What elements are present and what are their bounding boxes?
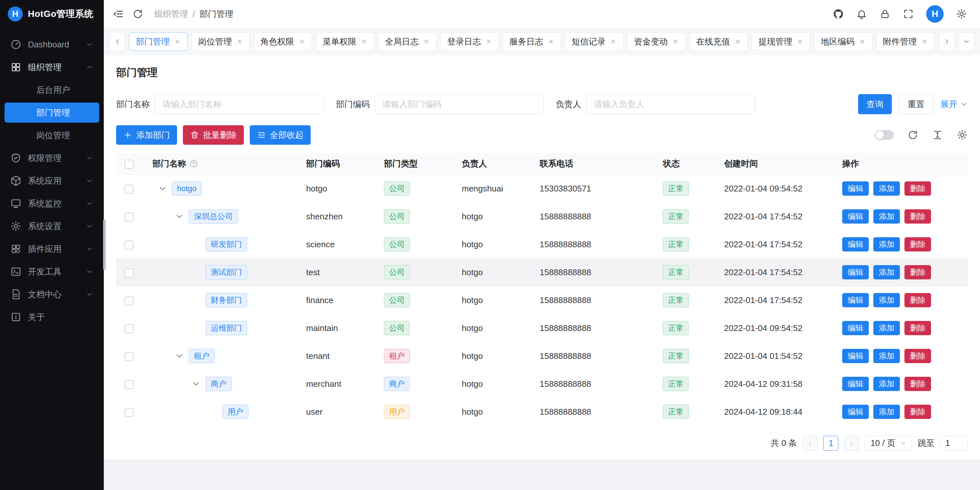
row-checkbox[interactable]: [124, 352, 134, 361]
department-name-tag[interactable]: 运维部门: [205, 321, 247, 335]
sidebar-item-插件应用[interactable]: 插件应用: [5, 239, 99, 259]
collapse-menu-icon[interactable]: [113, 8, 124, 19]
breadcrumb-parent[interactable]: 组织管理: [154, 8, 188, 20]
sidebar-item-系统设置[interactable]: 系统设置: [5, 216, 99, 236]
row-action-delete-button[interactable]: 删除: [904, 237, 931, 252]
tab-close-icon[interactable]: [299, 38, 305, 45]
row-action-add-button[interactable]: 添加: [873, 209, 900, 223]
tab-短信记录[interactable]: 短信记录: [565, 32, 623, 51]
row-action-edit-button[interactable]: 编辑: [842, 405, 869, 419]
row-action-add-button[interactable]: 添加: [873, 405, 900, 419]
batch-delete-button[interactable]: 批量删除: [183, 125, 244, 145]
lock-icon[interactable]: [880, 8, 891, 19]
department-name-tag[interactable]: 用户: [223, 405, 248, 419]
page-size-select[interactable]: 10 / 页: [865, 436, 912, 451]
tree-expand-icon[interactable]: [175, 212, 184, 221]
refresh-icon[interactable]: [132, 8, 143, 19]
department-name-tag[interactable]: 研发部门: [205, 237, 247, 252]
tab-close-icon[interactable]: [361, 38, 368, 45]
row-checkbox[interactable]: [124, 408, 134, 417]
expand-button[interactable]: 展开: [940, 99, 968, 110]
tabs-scroll-left-button[interactable]: [110, 32, 125, 51]
tab-close-icon[interactable]: [672, 38, 679, 45]
striped-toggle[interactable]: [875, 130, 894, 140]
prev-page-button[interactable]: [803, 436, 818, 451]
department-name-tag[interactable]: hotgo: [172, 181, 202, 196]
row-action-add-button[interactable]: 添加: [873, 181, 900, 196]
department-code-input[interactable]: [375, 94, 544, 114]
tab-全局日志[interactable]: 全局日志: [378, 32, 436, 51]
row-checkbox[interactable]: [124, 296, 134, 305]
row-action-edit-button[interactable]: 编辑: [842, 293, 869, 307]
row-action-add-button[interactable]: 添加: [873, 349, 900, 363]
row-checkbox[interactable]: [124, 212, 134, 222]
row-action-add-button[interactable]: 添加: [873, 321, 900, 335]
tab-登录日志[interactable]: 登录日志: [441, 32, 499, 51]
row-action-add-button[interactable]: 添加: [873, 293, 900, 307]
department-name-tag[interactable]: 测试部门: [205, 265, 247, 279]
row-action-delete-button[interactable]: 删除: [904, 181, 931, 196]
tab-close-icon[interactable]: [735, 38, 741, 45]
sidebar-subitem-部门管理[interactable]: 部门管理: [5, 102, 99, 123]
tab-部门管理[interactable]: 部门管理: [129, 32, 188, 51]
row-action-delete-button[interactable]: 删除: [904, 377, 931, 391]
department-name-tag[interactable]: 财务部门: [205, 293, 247, 307]
tab-角色权限[interactable]: 角色权限: [254, 32, 312, 51]
sidebar-item-系统应用[interactable]: 系统应用: [5, 171, 99, 191]
row-action-edit-button[interactable]: 编辑: [842, 237, 869, 252]
sidebar-item-Dashboard[interactable]: Dashboard: [5, 34, 99, 54]
row-action-delete-button[interactable]: 删除: [904, 349, 931, 363]
sidebar-item-关于[interactable]: 关于: [5, 307, 99, 327]
row-action-edit-button[interactable]: 编辑: [842, 377, 869, 391]
tab-服务日志[interactable]: 服务日志: [503, 32, 561, 51]
tab-地区编码[interactable]: 地区编码: [814, 32, 872, 51]
query-button[interactable]: 查询: [858, 94, 892, 114]
tabs-scroll-right-button[interactable]: [939, 32, 955, 51]
row-action-edit-button[interactable]: 编辑: [842, 321, 869, 335]
tab-close-icon[interactable]: [485, 38, 492, 45]
row-action-edit-button[interactable]: 编辑: [842, 349, 869, 363]
tree-expand-icon[interactable]: [158, 184, 167, 193]
tab-close-icon[interactable]: [236, 38, 243, 45]
tab-岗位管理[interactable]: 岗位管理: [191, 32, 250, 51]
row-action-delete-button[interactable]: 删除: [904, 321, 931, 335]
next-page-button[interactable]: [844, 436, 859, 451]
sidebar-scrollbar[interactable]: [103, 219, 106, 270]
tab-提现管理[interactable]: 提现管理: [752, 32, 810, 51]
sidebar-item-权限管理[interactable]: 权限管理: [5, 148, 99, 168]
tab-资金变动[interactable]: 资金变动: [627, 32, 686, 51]
department-name-tag[interactable]: 商户: [205, 377, 232, 391]
tab-附件管理[interactable]: 附件管理: [876, 32, 935, 51]
user-avatar[interactable]: H: [926, 5, 944, 23]
tab-close-icon[interactable]: [548, 38, 554, 45]
table-refresh-icon[interactable]: [907, 129, 918, 140]
row-action-delete-button[interactable]: 删除: [904, 293, 931, 307]
collapse-all-button[interactable]: 全部收起: [250, 125, 311, 145]
row-action-edit-button[interactable]: 编辑: [842, 209, 869, 223]
row-checkbox[interactable]: [124, 185, 134, 194]
row-checkbox[interactable]: [124, 268, 134, 278]
row-action-add-button[interactable]: 添加: [873, 265, 900, 279]
sidebar-item-开发工具[interactable]: 开发工具: [5, 262, 99, 282]
density-icon[interactable]: [932, 129, 943, 140]
jump-page-input[interactable]: [940, 436, 968, 451]
tab-close-icon[interactable]: [859, 38, 865, 45]
sidebar-item-组织管理[interactable]: 组织管理: [5, 57, 99, 77]
tab-close-icon[interactable]: [610, 38, 616, 45]
logo-row[interactable]: H HotGo管理系统: [0, 0, 104, 28]
sidebar-subitem-岗位管理[interactable]: 岗位管理: [5, 125, 99, 145]
settings-gear-icon[interactable]: [956, 8, 967, 19]
owner-input[interactable]: [586, 94, 755, 114]
department-name-input[interactable]: [155, 94, 324, 114]
row-checkbox[interactable]: [124, 324, 134, 333]
help-icon[interactable]: [189, 159, 198, 168]
row-action-delete-button[interactable]: 删除: [904, 405, 931, 419]
row-action-add-button[interactable]: 添加: [873, 377, 900, 391]
add-department-button[interactable]: 添加部门: [116, 125, 177, 145]
sidebar-item-系统监控[interactable]: 系统监控: [5, 193, 99, 214]
github-icon[interactable]: [833, 8, 844, 19]
bell-icon[interactable]: [856, 8, 867, 19]
page-number-button[interactable]: 1: [823, 436, 838, 451]
fullscreen-icon[interactable]: [903, 8, 914, 19]
reset-button[interactable]: 重置: [899, 94, 933, 114]
